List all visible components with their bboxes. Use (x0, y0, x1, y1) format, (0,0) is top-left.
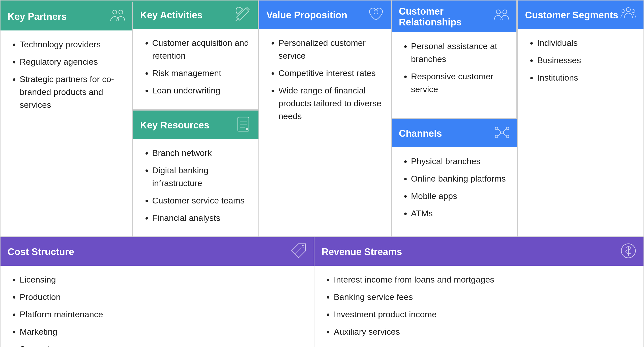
key-partners-list: Technology providers Regulatory agencies… (9, 38, 124, 111)
activities-resources-wrapper: Key Activities Customer acquisition (133, 1, 259, 236)
list-item: Auxiliary services (334, 325, 635, 338)
list-item: ATMs (411, 207, 509, 220)
list-item: Support (20, 343, 306, 347)
list-item: Physical branches (411, 155, 509, 168)
list-item: Technology providers (20, 38, 124, 51)
svg-point-22 (622, 10, 625, 13)
key-resources-list: Branch network Digital banking infrastru… (141, 147, 251, 224)
svg-line-17 (498, 129, 501, 131)
channels-title: Channels (399, 128, 442, 139)
list-item: Marketing (20, 325, 306, 338)
list-item: Production (20, 291, 306, 303)
svg-point-16 (506, 135, 509, 138)
cost-structure-cell: Cost Structure Licensing Production Plat… (1, 237, 314, 347)
customer-segments-cell: Customer Segments Individuals (518, 1, 643, 236)
list-item: Businesses (537, 54, 635, 67)
revenue-streams-body: Interest income from loans and mortgages… (314, 266, 643, 347)
value-proposition-header: Value Proposition (259, 1, 391, 29)
value-proposition-list: Personalized customer service Competitiv… (267, 37, 383, 123)
svg-line-19 (498, 133, 501, 136)
svg-line-18 (503, 129, 506, 131)
cr-channels-wrapper: Customer Relationships (392, 1, 518, 236)
revenue-streams-cell: Revenue Streams Interest income from loa… (314, 237, 643, 347)
channels-list: Physical branches Online banking platfor… (400, 155, 509, 220)
list-item: Risk management (152, 67, 250, 80)
customer-relationships-list: Personal assistance at branches Responsi… (400, 40, 509, 96)
svg-line-25 (296, 248, 302, 254)
customer-segments-title: Customer Segments (525, 10, 618, 21)
svg-point-24 (302, 245, 304, 247)
list-item: Platform maintenance (20, 308, 306, 321)
customer-relationships-title: Customer Relationships (399, 6, 493, 28)
list-item: Branch network (152, 147, 251, 159)
channels-cell: Channels (392, 118, 517, 236)
channels-header: Channels (392, 119, 517, 147)
key-partners-header: Key Partners (1, 2, 132, 30)
value-proposition-title: Value Proposition (266, 10, 347, 21)
svg-point-15 (495, 135, 498, 138)
key-partners-title: Key Partners (8, 11, 67, 22)
customer-segments-header: Customer Segments (518, 1, 643, 29)
cost-structure-icon (290, 243, 307, 261)
svg-point-10 (503, 10, 507, 14)
key-resources-icon (235, 116, 251, 134)
key-activities-header: Key Activities (133, 1, 258, 29)
list-item: Regulatory agencies (20, 55, 124, 68)
list-item: Competitive interest rates (278, 67, 383, 80)
list-item: Digital banking infrastructure (152, 164, 251, 190)
key-activities-title: Key Activities (140, 10, 203, 21)
list-item: Interest income from loans and mortgages (334, 273, 635, 286)
list-item: Personal assistance at branches (411, 40, 509, 65)
key-resources-cell: Key Resources Branch (133, 110, 259, 236)
cost-structure-header: Cost Structure (1, 237, 314, 266)
bottom-section: Cost Structure Licensing Production Plat… (1, 237, 643, 347)
list-item: Strategic partners for co-branded produc… (20, 73, 124, 111)
svg-line-20 (503, 133, 506, 136)
list-item: Wide range of financial products tailore… (278, 84, 383, 123)
list-item: Investment product income (334, 308, 635, 321)
value-proposition-icon (368, 6, 384, 24)
list-item: Online banking platforms (411, 172, 509, 185)
customer-segments-list: Individuals Businesses Institutions (526, 37, 635, 84)
list-item: Licensing (20, 273, 306, 286)
customer-segments-body: Individuals Businesses Institutions (518, 29, 643, 236)
key-activities-cell: Key Activities Customer acquisition (133, 1, 259, 110)
key-resources-body: Branch network Digital banking infrastru… (133, 139, 259, 236)
value-proposition-cell: Value Proposition Personalized customer … (259, 1, 392, 236)
list-item: Personalized customer service (278, 37, 383, 62)
cost-structure-body: Licensing Production Platform maintenanc… (1, 266, 314, 347)
customer-relationships-body: Personal assistance at branches Responsi… (392, 32, 517, 118)
svg-point-12 (501, 131, 504, 134)
cost-structure-list: Licensing Production Platform maintenanc… (9, 273, 306, 347)
svg-point-0 (113, 10, 117, 14)
key-activities-icon (235, 6, 251, 24)
key-partners-icon (109, 8, 125, 26)
customer-relationships-header: Customer Relationships (392, 1, 517, 32)
svg-point-21 (626, 8, 630, 12)
list-item: Institutions (537, 71, 635, 84)
svg-point-13 (495, 127, 498, 130)
list-item: Banking service fees (334, 291, 635, 303)
list-item: Responsive customer service (411, 70, 509, 96)
list-item: Loan underwriting (152, 84, 250, 97)
key-resources-header: Key Resources (133, 111, 259, 139)
revenue-streams-icon (620, 243, 636, 261)
svg-point-9 (496, 10, 500, 14)
list-item: Individuals (537, 37, 635, 49)
svg-point-14 (506, 127, 509, 130)
list-item: Mobile apps (411, 190, 509, 202)
svg-line-3 (236, 18, 239, 21)
value-proposition-body: Personalized customer service Competitiv… (259, 29, 391, 236)
customer-segments-icon (620, 6, 636, 24)
key-resources-title: Key Resources (140, 120, 210, 131)
top-section: Key Partners Technology providers Regula… (1, 1, 643, 237)
list-item: Customer service teams (152, 194, 251, 207)
key-partners-cell: Key Partners Technology providers Regula… (1, 1, 133, 236)
business-model-canvas: Key Partners Technology providers Regula… (0, 0, 644, 347)
key-activities-list: Customer acquisition and retention Risk … (141, 37, 250, 97)
svg-point-23 (632, 10, 635, 13)
revenue-streams-list: Interest income from loans and mortgages… (323, 273, 635, 338)
revenue-streams-header: Revenue Streams (314, 237, 643, 266)
customer-relationships-cell: Customer Relationships (392, 1, 517, 118)
revenue-streams-title: Revenue Streams (321, 247, 402, 257)
